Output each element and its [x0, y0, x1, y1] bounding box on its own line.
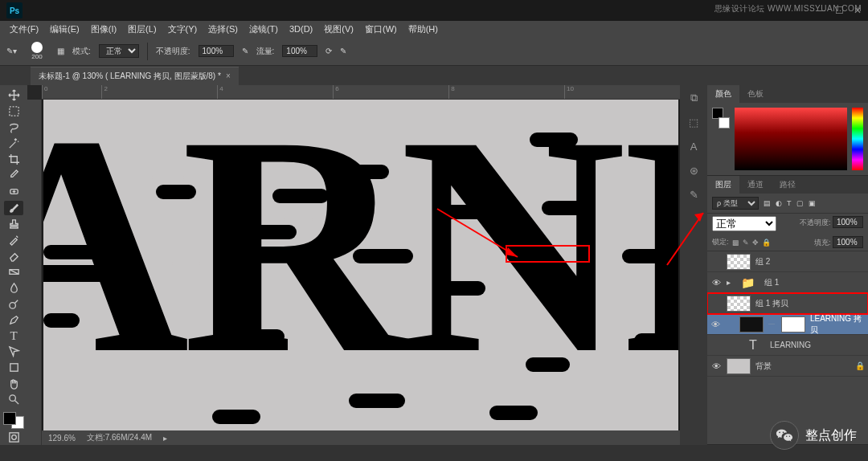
color-swatches[interactable] — [3, 412, 24, 429]
layer-row[interactable]: TLEARNING — [707, 335, 868, 356]
dodge-tool[interactable] — [4, 296, 23, 311]
path-tool[interactable] — [4, 345, 23, 359]
layer-name[interactable]: 背景 — [755, 361, 772, 372]
blur-tool[interactable] — [4, 280, 23, 295]
brush-preview[interactable]: 200 — [25, 40, 49, 63]
brush-tool[interactable] — [4, 201, 23, 215]
menu-type[interactable]: 文字(Y) — [163, 22, 203, 37]
menu-filter[interactable]: 滤镜(T) — [244, 22, 283, 37]
blend-mode-select[interactable]: 正常 — [99, 44, 139, 58]
foreground-color[interactable] — [3, 412, 16, 425]
artboard[interactable]: ARNI — [43, 100, 678, 430]
tab-layers[interactable]: 图层 — [707, 176, 739, 194]
lock-trans-icon[interactable]: ▩ — [732, 239, 739, 247]
layer-row[interactable]: 组 2 — [707, 251, 868, 272]
layer-blend-select[interactable]: 正常 — [712, 216, 776, 231]
lasso-tool[interactable] — [4, 120, 23, 135]
canvas[interactable]: ARNI — [42, 100, 680, 430]
layer-row[interactable]: 👁▸📁组 1 — [707, 272, 868, 293]
layer-row[interactable]: 👁背景🔒 — [707, 356, 868, 377]
pressure-opacity-icon[interactable]: ✎ — [242, 47, 248, 55]
document-tab[interactable]: 未标题-1 @ 130% ( LEARNING 拷贝, 图层蒙版/8) * × — [31, 67, 239, 85]
gradient-tool[interactable] — [4, 264, 23, 279]
opacity-input[interactable] — [199, 45, 234, 57]
layer-name[interactable]: 组 2 — [755, 256, 770, 267]
layer-thumb[interactable] — [727, 296, 751, 312]
visibility-icon[interactable]: 👁 — [710, 361, 722, 371]
eraser-tool[interactable] — [4, 248, 23, 263]
heal-tool[interactable] — [4, 185, 23, 199]
airbrush-icon[interactable]: ⟳ — [326, 47, 332, 55]
tab-color[interactable]: 颜色 — [707, 85, 739, 103]
tab-channels[interactable]: 通道 — [739, 176, 772, 194]
hue-strip[interactable] — [852, 108, 863, 170]
layer-name[interactable]: LEARNING 拷贝 — [810, 313, 865, 336]
filter-pixel-icon[interactable]: ▤ — [764, 199, 771, 207]
color-picker[interactable] — [735, 108, 847, 170]
expand-icon[interactable]: ▸ — [727, 278, 731, 287]
stamp-tool[interactable] — [4, 217, 23, 231]
tab-swatches[interactable]: 色板 — [739, 85, 772, 103]
move-tool[interactable] — [4, 88, 23, 103]
hand-tool[interactable] — [4, 377, 23, 391]
menu-image[interactable]: 图像(I) — [86, 22, 121, 37]
menu-select[interactable]: 选择(S) — [203, 22, 243, 37]
layer-thumb[interactable] — [727, 254, 751, 270]
menu-view[interactable]: 视图(V) — [319, 22, 358, 37]
type-tool[interactable]: T — [4, 328, 23, 343]
link-icon[interactable]: 𝄖 — [768, 320, 775, 329]
brush-panel-icon[interactable]: ▦ — [57, 47, 64, 55]
lock-pixel-icon[interactable]: ✎ — [743, 239, 749, 247]
layer-thumb[interactable] — [739, 316, 764, 332]
lock-pos-icon[interactable]: ✥ — [752, 239, 759, 247]
pen-tool[interactable] — [4, 312, 23, 327]
layer-thumb[interactable] — [727, 358, 751, 374]
layer-thumb[interactable]: T — [741, 337, 765, 353]
lock-all-icon[interactable]: 🔒 — [762, 239, 771, 247]
layer-name[interactable]: LEARNING — [770, 341, 811, 349]
wand-tool[interactable] — [4, 137, 23, 151]
info-arrow-icon[interactable]: ▸ — [163, 434, 167, 443]
marquee-tool[interactable] — [4, 104, 23, 119]
flow-input[interactable] — [282, 45, 317, 57]
quickmask-icon[interactable] — [4, 430, 23, 445]
dock-libraries-icon[interactable]: ⊛ — [684, 161, 703, 180]
menu-edit[interactable]: 编辑(E) — [45, 22, 84, 37]
menu-file[interactable]: 文件(F) — [5, 22, 43, 37]
dock-brush-icon[interactable]: ✎ — [684, 185, 703, 204]
layer-name[interactable]: 组 1 — [764, 277, 779, 288]
visibility-icon[interactable]: 👁 — [710, 278, 722, 288]
layer-thumb[interactable]: 📁 — [735, 275, 760, 291]
filter-shape-icon[interactable]: ▢ — [796, 199, 804, 207]
history-brush-tool[interactable] — [4, 232, 23, 247]
layer-filter-select[interactable]: ρ 类型 — [712, 197, 759, 210]
tab-paths[interactable]: 路径 — [772, 176, 804, 194]
visibility-icon[interactable]: 👁 — [710, 320, 721, 329]
shape-tool[interactable] — [4, 361, 23, 375]
dock-properties-icon[interactable]: ⬚ — [684, 112, 703, 132]
menu-window[interactable]: 窗口(W) — [360, 22, 402, 37]
zoom-level[interactable]: 129.6% — [48, 434, 76, 443]
filter-adjust-icon[interactable]: ◐ — [776, 199, 782, 207]
crop-tool[interactable] — [4, 153, 23, 167]
pressure-size-icon[interactable]: ✎ — [340, 47, 346, 55]
layer-row[interactable]: 👁𝄖LEARNING 拷贝 — [707, 314, 868, 335]
ruler-vertical[interactable] — [27, 100, 42, 445]
eyedropper-tool[interactable] — [4, 169, 23, 183]
filter-type-icon[interactable]: T — [787, 199, 792, 207]
filter-smart-icon[interactable]: ▣ — [809, 199, 816, 207]
panel-color-swatch[interactable] — [712, 108, 730, 129]
dock-history-icon[interactable]: ⧉ — [684, 88, 703, 108]
dock-char-icon[interactable]: A — [684, 137, 703, 156]
layer-opacity-input[interactable] — [833, 216, 863, 228]
menu-layer[interactable]: 图层(L) — [123, 22, 161, 37]
menu-help[interactable]: 帮助(H) — [403, 22, 443, 37]
layer-fill-input[interactable] — [833, 236, 863, 248]
layer-name[interactable]: 组 1 拷贝 — [755, 298, 788, 309]
ruler-horizontal[interactable]: 0246810 — [42, 85, 680, 100]
close-tab-icon[interactable]: × — [226, 71, 231, 80]
menu-3d[interactable]: 3D(D) — [285, 22, 317, 35]
layer-row[interactable]: 组 1 拷贝 — [707, 293, 868, 314]
zoom-tool[interactable] — [4, 393, 23, 407]
tool-preset-icon[interactable]: ✎▾ — [6, 47, 17, 55]
